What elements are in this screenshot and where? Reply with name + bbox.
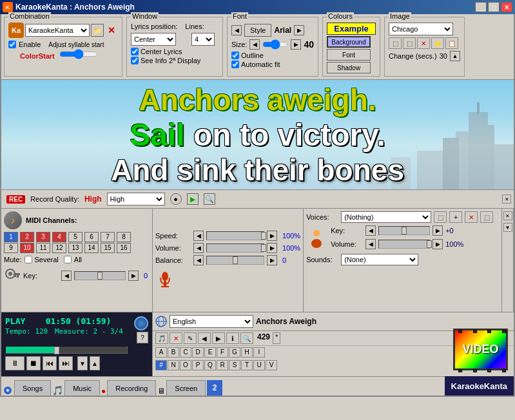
tab-songs[interactable]: Songs [14, 380, 51, 396]
record-dot-btn[interactable]: ● [170, 193, 182, 205]
song-star-btn[interactable]: * [273, 332, 280, 344]
narrow-btn2[interactable]: ▼ [503, 223, 512, 232]
img-btn3[interactable]: ✕ [417, 37, 430, 49]
vvol-next-btn[interactable]: ▶ [432, 239, 443, 249]
size-prev-btn[interactable]: ◀ [249, 39, 260, 50]
pitch-down-btn[interactable]: ▼ [77, 356, 88, 370]
channel-14[interactable]: 14 [84, 243, 99, 253]
letter-U[interactable]: U [253, 360, 265, 370]
sounds-select[interactable]: (None) [341, 254, 418, 265]
syllable-slider[interactable] [59, 50, 98, 59]
key-slider[interactable] [74, 271, 126, 280]
volume-prev-btn[interactable]: ◀ [193, 243, 204, 253]
size-slider[interactable] [262, 40, 288, 49]
volume-slider[interactable] [206, 243, 264, 253]
img-btn5[interactable]: 📋 [445, 37, 458, 49]
vvol-prev-btn[interactable]: ◀ [365, 239, 376, 249]
font-prev-btn[interactable]: ◀ [231, 25, 242, 35]
voices-btn2[interactable]: + [449, 211, 462, 223]
lines-select[interactable]: 4 [191, 33, 215, 46]
letter-H[interactable]: H [241, 347, 253, 358]
vvol-slider[interactable] [378, 240, 430, 249]
channel-16[interactable]: 16 [117, 243, 131, 253]
channel-1[interactable]: 1 [4, 232, 18, 242]
song-icon-btn[interactable]: 🎵 [155, 332, 168, 344]
combination-delete-btn[interactable]: ✕ [105, 24, 118, 37]
song-prev-btn[interactable]: ◀ [198, 332, 211, 344]
shadow-btn[interactable]: Shadow [327, 62, 371, 73]
channel-7[interactable]: 7 [101, 232, 115, 242]
combination-select[interactable]: KaraokeKanta [25, 24, 90, 37]
size-next-btn[interactable]: ▶ [291, 39, 301, 50]
channel-6[interactable]: 6 [84, 232, 99, 242]
letter-B[interactable]: B [168, 347, 179, 358]
narrow-btn1[interactable]: ✕ [503, 211, 512, 220]
volume-next-btn[interactable]: ▶ [267, 243, 277, 253]
song-next-btn[interactable]: ▶ [212, 332, 225, 344]
letter-N[interactable]: N [168, 360, 179, 370]
voices-btn3[interactable]: ✕ [465, 211, 478, 223]
image-combo[interactable]: Chicago [389, 23, 453, 35]
record-panel-close[interactable]: ✕ [502, 195, 511, 204]
vkey-next-btn[interactable]: ▶ [432, 225, 443, 236]
stop-btn[interactable]: ⏹ [26, 356, 41, 370]
see-info-checkbox[interactable] [131, 57, 139, 64]
several-checkbox[interactable] [24, 256, 32, 263]
letter-P[interactable]: P [192, 360, 204, 370]
song-info-btn[interactable]: ℹ [226, 332, 239, 344]
auto-fit-checkbox[interactable] [231, 61, 239, 68]
letter-S[interactable]: S [229, 360, 240, 370]
key-prev-btn[interactable]: ◀ [61, 271, 72, 281]
channel-11[interactable]: 11 [36, 243, 50, 253]
position-track[interactable] [5, 346, 128, 354]
play-btn-record[interactable]: ▶ [187, 193, 199, 205]
background-btn[interactable]: Background [327, 36, 371, 48]
close-button[interactable]: ✕ [501, 2, 512, 12]
prev-btn[interactable]: ⏮ [43, 356, 57, 370]
channel-9[interactable]: 9 [4, 243, 18, 253]
channel-10[interactable]: 10 [20, 243, 34, 253]
info-btn[interactable]: ? [137, 332, 148, 343]
voices-select[interactable]: (Nothing) [341, 211, 431, 223]
channel-3[interactable]: 3 [36, 232, 50, 242]
all-checkbox[interactable] [64, 256, 72, 263]
voices-btn1[interactable]: ⬚ [434, 211, 447, 223]
vkey-slider[interactable] [378, 226, 430, 235]
letter-O[interactable]: O [180, 360, 191, 370]
img-btn1[interactable]: ⬚ [389, 37, 402, 49]
channel-8[interactable]: 8 [117, 232, 131, 242]
letter-F[interactable]: F [217, 347, 228, 358]
letter-E[interactable]: E [204, 347, 216, 358]
position-select[interactable]: Center [131, 33, 176, 46]
letter-D[interactable]: D [192, 347, 204, 358]
channel-12[interactable]: 12 [52, 243, 66, 253]
balance-slider[interactable] [206, 256, 264, 265]
letter-hash[interactable]: # [155, 360, 167, 370]
minimize-button[interactable]: _ [475, 2, 487, 12]
outline-checkbox[interactable] [231, 52, 239, 59]
song-edit-btn[interactable]: ✎ [184, 332, 197, 344]
key-next-btn[interactable]: ▶ [128, 271, 139, 281]
speed-next-btn[interactable]: ▶ [267, 231, 277, 241]
letter-V[interactable]: V [266, 360, 277, 370]
channel-5[interactable]: 5 [68, 232, 83, 242]
letter-R[interactable]: R [217, 360, 228, 370]
balance-prev-btn[interactable]: ◀ [193, 255, 204, 265]
page-btn[interactable]: 2 [207, 380, 222, 396]
pitch-up-btn[interactable]: ▲ [90, 356, 100, 370]
center-lyrics-checkbox[interactable] [131, 48, 139, 55]
change-up-btn[interactable]: ▲ [450, 51, 460, 61]
vkey-prev-btn[interactable]: ◀ [365, 225, 376, 236]
channel-2[interactable]: 2 [20, 232, 34, 242]
letter-A[interactable]: A [155, 347, 167, 358]
pause-btn[interactable]: ⏸ [5, 356, 24, 370]
speed-prev-btn[interactable]: ◀ [193, 231, 204, 241]
font-next-btn[interactable]: ▶ [294, 25, 304, 35]
letter-I[interactable]: I [253, 347, 265, 358]
balance-next-btn[interactable]: ▶ [267, 255, 277, 265]
font-style-btn[interactable]: Style [244, 24, 271, 37]
song-del-btn[interactable]: ✕ [170, 332, 182, 344]
combination-folder-btn[interactable]: 📁 [91, 24, 104, 37]
letter-G[interactable]: G [229, 347, 240, 358]
channel-4[interactable]: 4 [52, 232, 66, 242]
